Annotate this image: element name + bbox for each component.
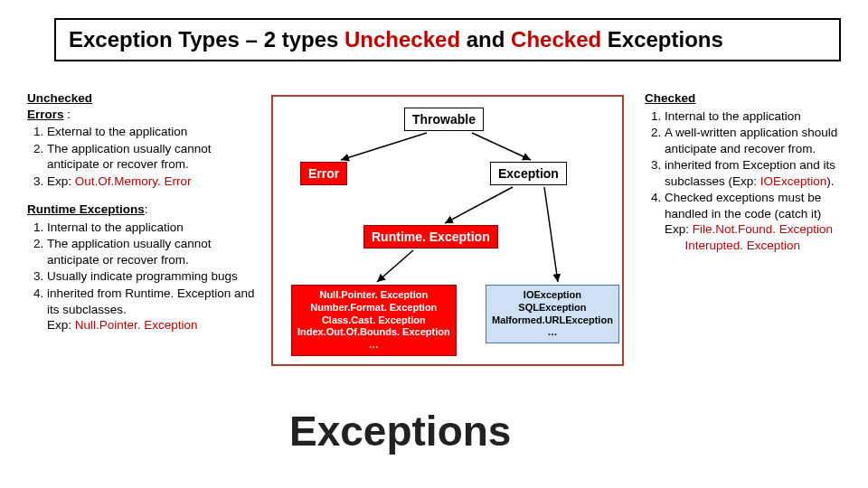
list-item: The application usually cannot anticipat… (47, 236, 258, 267)
rt-i4-pre: inherited from Runtime. Exception and it… (47, 286, 255, 316)
title-pre: Exception Types – 2 types (69, 27, 344, 52)
list-item: External to the application (47, 124, 258, 140)
unchecked-head: Unchecked (27, 90, 258, 107)
list-item: Usually indicate programming bugs (47, 268, 258, 285)
exp-label: Exp: (47, 318, 75, 332)
node-runtime-exception: Runtime. Exception (363, 225, 498, 249)
exp-value: Out.Of.Memory. Error (75, 174, 192, 188)
list-item: Internal to the application (47, 220, 258, 236)
list-item: Internal to the application (665, 108, 848, 125)
list-item: inherited from Runtime. Exception and it… (47, 286, 258, 333)
title-mid: and (460, 27, 511, 52)
left-column: Unchecked Errors : External to the appli… (27, 90, 258, 346)
rt-sub-2: Number.Format. Exception (297, 302, 450, 314)
rt-sub-4: Index.Out.Of.Bounds. Exception (297, 326, 450, 339)
title-hl1: Unchecked (344, 27, 460, 52)
chk-sub-3: Malformed.URLException (492, 314, 613, 327)
errors-colon: : (64, 108, 71, 121)
node-throwable: Throwable (404, 108, 484, 131)
page-title: Exception Types – 2 types Unchecked and … (69, 27, 826, 52)
svg-line-2 (445, 187, 513, 223)
errors-list: External to the application The applicat… (27, 124, 258, 189)
footer-title: Exceptions (289, 407, 511, 455)
title-hl2: Checked (511, 27, 601, 52)
rt-sub-1: Null.Pointer. Exception (297, 289, 450, 302)
list-item: Exp: Out.Of.Memory. Error (47, 174, 258, 190)
list-item: The application usually cannot anticipat… (47, 141, 258, 173)
runtime-exceptions-block: Runtime Exceptions: Internal to the appl… (27, 202, 258, 333)
title-box: Exception Types – 2 types Unchecked and … (54, 18, 841, 61)
i4-ex1: File.Not.Found. Exception (693, 222, 833, 236)
errors-head: Errors (27, 108, 64, 121)
node-checked-subclasses: IOException SQLException Malformed.URLEx… (486, 285, 619, 343)
rt-head: Runtime Exceptions (27, 202, 145, 216)
chk-sub-1: IOException (492, 289, 613, 302)
node-exception: Exception (490, 162, 567, 185)
checked-head: Checked (645, 90, 848, 107)
i3-ex: IOException (760, 174, 827, 188)
node-error: Error (300, 162, 347, 185)
list-item: A well-written application should antici… (665, 125, 848, 156)
node-runtime-subclasses: Null.Pointer. Exception Number.Format. E… (291, 285, 457, 356)
svg-line-1 (472, 133, 531, 160)
svg-line-4 (377, 250, 413, 282)
rt-head-line: Runtime Exceptions: (27, 202, 258, 218)
errors-head-line: Errors : (27, 107, 258, 123)
unchecked-errors-block: Unchecked Errors : External to the appli… (27, 90, 258, 189)
rt-colon: : (145, 202, 148, 216)
exp-label: Exp: (47, 174, 75, 188)
title-post: Exceptions (601, 27, 723, 52)
rt-sub-3: Class.Cast. Exception (297, 314, 450, 327)
right-column: Checked Internal to the application A we… (645, 90, 848, 254)
i3-post: ). (826, 174, 834, 188)
chk-sub-4: … (492, 326, 613, 339)
list-item: Checked exceptions must be handled in th… (665, 190, 848, 253)
rt-list: Internal to the application The applicat… (27, 220, 258, 333)
i4-ex2: Interupted. Exception (685, 239, 801, 252)
list-item: inherited from Exception and its subclas… (665, 157, 848, 189)
diagram-box: Throwable Error Exception Runtime. Excep… (271, 95, 624, 366)
rt-sub-5: … (297, 339, 450, 352)
chk-sub-2: SQLException (492, 302, 613, 314)
checked-list: Internal to the application A well-writt… (645, 108, 848, 254)
exp-value: Null.Pointer. Exception (75, 318, 198, 332)
svg-line-3 (544, 187, 558, 282)
svg-line-0 (341, 133, 427, 160)
